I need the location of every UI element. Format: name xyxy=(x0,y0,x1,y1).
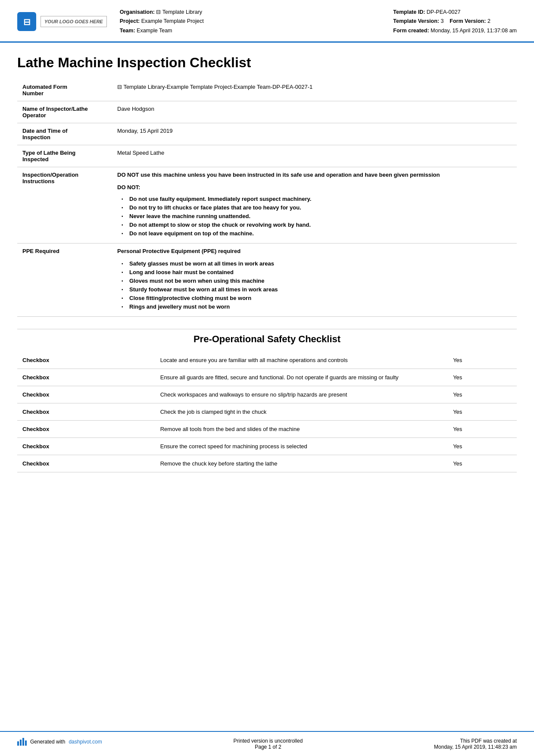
team-line: Team: Example Team xyxy=(120,26,381,35)
checklist-description: Locate and ensure you are familiar with … xyxy=(155,352,448,369)
footer: Generated with dashpivot.com Printed ver… xyxy=(0,731,534,756)
list-item: Do not try to lift chucks or face plates… xyxy=(122,204,512,211)
info-value-inspector: Dave Hodgson xyxy=(112,101,517,123)
info-row-form-number: Automated FormNumber ⊟ Template Library-… xyxy=(17,79,517,101)
checklist-value: Yes xyxy=(448,420,517,437)
checklist-value: Yes xyxy=(448,386,517,403)
uncontrolled-line1: Printed version is uncontrolled xyxy=(234,738,303,744)
checklist-row: Checkbox Ensure all guards are fitted, s… xyxy=(17,369,517,386)
template-id-label: Template ID: xyxy=(393,9,425,15)
do-not-section: DO NOT: Do not use faulty equipment. Imm… xyxy=(117,184,512,237)
generated-text: Generated with xyxy=(30,739,65,745)
checklist-row: Checkbox Locate and ensure you are famil… xyxy=(17,352,517,369)
checklist-table: Checkbox Locate and ensure you are famil… xyxy=(17,352,517,472)
info-table: Automated FormNumber ⊟ Template Library-… xyxy=(17,79,517,317)
svg-rect-2 xyxy=(17,741,19,746)
info-value-instructions: DO NOT use this machine unless you have … xyxy=(112,167,517,243)
checklist-value: Yes xyxy=(448,437,517,455)
checklist-description: Check the job is clamped tight in the ch… xyxy=(155,403,448,420)
uncontrolled-line2: Page 1 of 2 xyxy=(234,744,303,750)
template-version-value: 3 xyxy=(440,18,443,24)
list-item: Long and loose hair must be contained xyxy=(122,269,512,275)
info-label-inspector: Name of Inspector/LatheOperator xyxy=(17,101,112,123)
svg-rect-3 xyxy=(20,740,22,746)
info-row-datetime: Date and Time ofInspection Monday, 15 Ap… xyxy=(17,123,517,145)
checklist-label: Checkbox xyxy=(17,437,155,455)
do-not-list: Do not use faulty equipment. Immediately… xyxy=(117,196,512,237)
checklist-value: Yes xyxy=(448,352,517,369)
checklist-label: Checkbox xyxy=(17,455,155,472)
list-item: Do not leave equipment on top of the mac… xyxy=(122,230,512,237)
checklist-row: Checkbox Remove all tools from the bed a… xyxy=(17,420,517,437)
version-line: Template Version: 3 Form Version: 2 xyxy=(393,17,517,26)
list-item: Sturdy footwear must be worn at all time… xyxy=(122,286,512,293)
list-item: Never leave the machine running unattend… xyxy=(122,213,512,219)
instructions-main-text: DO NOT use this machine unless you have … xyxy=(117,172,512,178)
checklist-row: Checkbox Ensure the correct speed for ma… xyxy=(17,437,517,455)
info-value-datetime: Monday, 15 April 2019 xyxy=(112,123,517,145)
info-label-datetime: Date and Time ofInspection xyxy=(17,123,112,145)
info-row-instructions: Inspection/OperationInstructions DO NOT … xyxy=(17,167,517,243)
template-id-value: DP-PEA-0027 xyxy=(427,9,461,15)
form-created-label: Form created: xyxy=(393,28,429,34)
generated-link[interactable]: dashpivot.com xyxy=(69,739,102,745)
info-label-form-number: Automated FormNumber xyxy=(17,79,112,101)
document-title: Lathe Machine Inspection Checklist xyxy=(17,55,517,71)
info-value-ppe: Personal Protective Equipment (PPE) requ… xyxy=(112,243,517,316)
project-value: Example Template Project xyxy=(141,18,204,24)
list-item: Rings and jewellery must not be worn xyxy=(122,303,512,310)
info-label-ppe: PPE Required xyxy=(17,243,112,316)
template-version-label: Template Version: xyxy=(393,18,439,24)
form-version-label: Form Version: xyxy=(450,18,486,24)
footer-left: Generated with dashpivot.com xyxy=(17,738,102,746)
do-not-label: DO NOT: xyxy=(117,184,512,191)
checklist-description: Ensure all guards are fitted, secure and… xyxy=(155,369,448,386)
checklist-label: Checkbox xyxy=(17,420,155,437)
info-row-lathe-type: Type of Lathe BeingInspected Metal Speed… xyxy=(17,145,517,167)
checklist-value: Yes xyxy=(448,455,517,472)
list-item: Close fitting/protective clothing must b… xyxy=(122,295,512,301)
form-created-value: Monday, 15 April 2019, 11:37:08 am xyxy=(431,28,517,34)
project-line: Project: Example Template Project xyxy=(120,17,381,26)
checklist-description: Remove the chuck key before starting the… xyxy=(155,455,448,472)
created-line1: This PDF was created at xyxy=(434,738,517,744)
info-label-lathe-type: Type of Lathe BeingInspected xyxy=(17,145,112,167)
checklist-description: Check workspaces and walkways to ensure … xyxy=(155,386,448,403)
header: ⊟ YOUR LOGO GOES HERE Organisation: ⊟ Te… xyxy=(0,0,534,43)
logo-box: ⊟ YOUR LOGO GOES HERE xyxy=(17,12,107,31)
org-line: Organisation: ⊟ Template Library xyxy=(120,8,381,17)
header-right: Template ID: DP-PEA-0027 Template Versio… xyxy=(393,8,517,35)
created-line2: Monday, 15 April 2019, 11:48:23 am xyxy=(434,744,517,750)
info-label-instructions: Inspection/OperationInstructions xyxy=(17,167,112,243)
template-id-line: Template ID: DP-PEA-0027 xyxy=(393,8,517,17)
list-item: Do not use faulty equipment. Immediately… xyxy=(122,196,512,202)
svg-rect-5 xyxy=(25,740,27,746)
info-row-ppe: PPE Required Personal Protective Equipme… xyxy=(17,243,517,316)
checklist-label: Checkbox xyxy=(17,403,155,420)
team-label: Team: xyxy=(120,28,135,34)
list-item: Do not attempt to slow or stop the chuck… xyxy=(122,222,512,228)
main-content: Lathe Machine Inspection Checklist Autom… xyxy=(0,43,534,731)
list-item: Safety glasses must be worn at all times… xyxy=(122,260,512,267)
list-item: Gloves must not be worn when using this … xyxy=(122,278,512,284)
form-created-line: Form created: Monday, 15 April 2019, 11:… xyxy=(393,26,517,35)
bar-chart-icon xyxy=(17,738,27,746)
checklist-value: Yes xyxy=(448,369,517,386)
checklist-label: Checkbox xyxy=(17,352,155,369)
footer-center: Printed version is uncontrolled Page 1 o… xyxy=(234,738,303,750)
project-label: Project: xyxy=(120,18,140,24)
info-value-lathe-type: Metal Speed Lathe xyxy=(112,145,517,167)
info-row-inspector: Name of Inspector/LatheOperator Dave Hod… xyxy=(17,101,517,123)
org-value: ⊟ Template Library xyxy=(156,9,202,15)
form-version-value: 2 xyxy=(487,18,490,24)
page: ⊟ YOUR LOGO GOES HERE Organisation: ⊟ Te… xyxy=(0,0,534,756)
checklist-label: Checkbox xyxy=(17,369,155,386)
team-value: Example Team xyxy=(137,28,172,34)
logo-icon: ⊟ xyxy=(17,12,36,31)
pre-operational-title: Pre-Operational Safety Checklist xyxy=(17,329,517,345)
checklist-description: Remove all tools from the bed and slides… xyxy=(155,420,448,437)
checklist-row: Checkbox Check the job is clamped tight … xyxy=(17,403,517,420)
info-value-form-number: ⊟ Template Library-Example Template Proj… xyxy=(112,79,517,101)
checklist-row: Checkbox Remove the chuck key before sta… xyxy=(17,455,517,472)
footer-right: This PDF was created at Monday, 15 April… xyxy=(434,738,517,750)
